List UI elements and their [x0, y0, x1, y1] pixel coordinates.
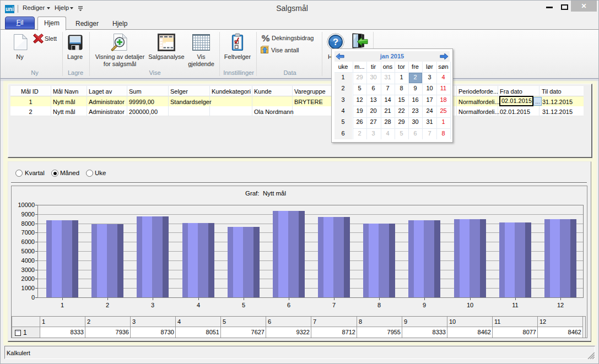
svg-text:%: % [261, 34, 270, 42]
svg-text:?: ? [333, 37, 338, 47]
